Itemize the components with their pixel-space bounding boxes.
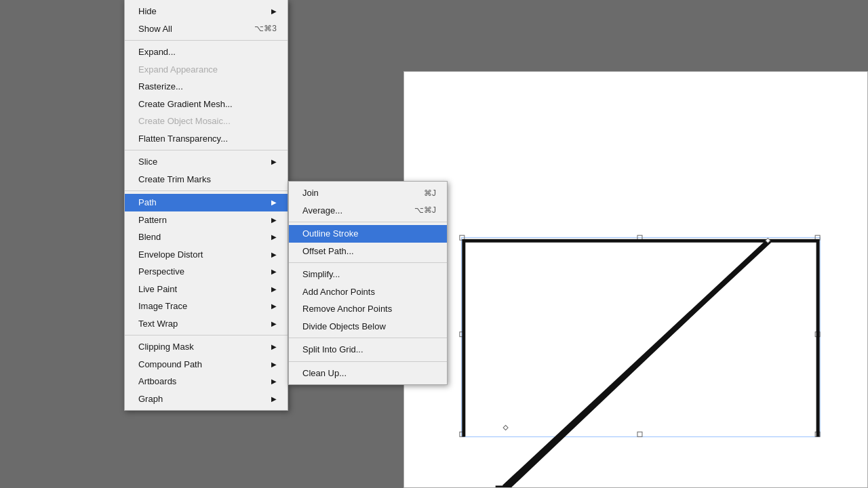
submenu-separator-2 <box>289 262 447 263</box>
menu-item-image-trace[interactable]: Image Trace ▶ <box>125 298 288 315</box>
submenu-arrow-path: ▶ <box>271 197 277 207</box>
submenu-item-average-shortcut: ⌥⌘J <box>414 204 436 216</box>
submenu-separator-3 <box>289 338 447 338</box>
menu-item-hide-label: Hide <box>138 5 157 18</box>
menu-item-create-gradient-mesh-label: Create Gradient Mesh... <box>138 98 233 111</box>
menu-item-path-label: Path <box>138 196 157 209</box>
menu-item-image-trace-label: Image Trace <box>138 300 187 313</box>
submenu-arrow-text-wrap: ▶ <box>271 319 277 329</box>
submenu-arrow-live-paint: ▶ <box>271 284 277 294</box>
submenu-item-join-shortcut: ⌘J <box>424 187 436 199</box>
path-submenu: Join ⌘J Average... ⌥⌘J Outline Stroke Of… <box>288 181 448 385</box>
menu-item-graph-label: Graph <box>138 392 163 406</box>
submenu-arrow-image-trace: ▶ <box>271 301 277 311</box>
separator-4 <box>125 335 288 336</box>
menu-item-blend[interactable]: Blend ▶ <box>125 228 288 246</box>
submenu-item-clean-up-label: Clean Up... <box>302 367 347 380</box>
submenu-item-simplify[interactable]: Simplify... <box>289 266 447 283</box>
submenu-item-outline-stroke-label: Outline Stroke <box>302 227 358 241</box>
menu-item-hide[interactable]: Hide ▶ <box>125 3 288 20</box>
menu-item-show-all[interactable]: Show All ⌥⌘3 <box>125 20 288 38</box>
menu-item-show-all-label: Show All <box>138 22 172 36</box>
svg-rect-10 <box>503 425 508 430</box>
submenu-item-split-into-grid-label: Split Into Grid... <box>302 343 363 357</box>
canvas-area <box>403 71 868 488</box>
menu-item-perspective[interactable]: Perspective ▶ <box>125 263 288 281</box>
menu-item-clipping-mask[interactable]: Clipping Mask ▶ <box>125 338 288 356</box>
submenu-arrow-pattern: ▶ <box>271 215 277 225</box>
menu-item-expand-appearance: Expand Appearance <box>125 61 288 79</box>
submenu-arrow-artboards: ▶ <box>271 376 277 386</box>
svg-rect-0 <box>462 237 820 436</box>
menu-item-envelope-distort-label: Envelope Distort <box>138 248 203 262</box>
submenu-arrow-graph: ▶ <box>271 394 277 404</box>
menu-item-pattern-label: Pattern <box>138 214 167 227</box>
separator-3 <box>125 190 288 191</box>
submenu-arrow-envelope-distort: ▶ <box>271 249 277 260</box>
submenu-separator-4 <box>289 361 447 362</box>
separator-1 <box>125 40 288 41</box>
submenu-item-remove-anchor-points-label: Remove Anchor Points <box>302 302 392 316</box>
submenu-item-divide-objects-below-label: Divide Objects Below <box>302 320 386 333</box>
svg-rect-5 <box>637 432 642 436</box>
submenu-arrow-compound-path: ▶ <box>271 359 277 369</box>
submenu-item-split-into-grid[interactable]: Split Into Grid... <box>289 341 447 359</box>
menu-item-slice[interactable]: Slice ▶ <box>125 153 288 171</box>
submenu-item-remove-anchor-points[interactable]: Remove Anchor Points <box>289 300 447 318</box>
menu-item-create-object-mosaic: Create Object Mosaic... <box>125 113 288 130</box>
menu-item-compound-path[interactable]: Compound Path ▶ <box>125 356 288 373</box>
submenu-item-outline-stroke[interactable]: Outline Stroke <box>289 225 447 243</box>
menu-item-live-paint[interactable]: Live Paint ▶ <box>125 281 288 298</box>
submenu-item-simplify-label: Simplify... <box>302 268 340 281</box>
menu-item-artboards-label: Artboards <box>138 375 176 388</box>
menu-item-clipping-mask-label: Clipping Mask <box>138 340 194 354</box>
menu-item-slice-label: Slice <box>138 155 157 169</box>
submenu-item-join[interactable]: Join ⌘J <box>289 184 447 202</box>
menu-item-flatten-transparency-label: Flatten Transparency... <box>138 132 228 146</box>
menu-item-expand-appearance-label: Expand Appearance <box>138 63 218 77</box>
submenu-arrow-slice: ▶ <box>271 157 277 167</box>
submenu-item-offset-path[interactable]: Offset Path... <box>289 243 447 260</box>
menu-item-expand-label: Expand... <box>138 45 176 59</box>
submenu-arrow-hide: ▶ <box>271 6 277 16</box>
submenu-arrow-perspective: ▶ <box>271 266 277 277</box>
menu-item-expand[interactable]: Expand... <box>125 43 288 61</box>
submenu-separator-1 <box>289 222 447 222</box>
menu-item-envelope-distort[interactable]: Envelope Distort ▶ <box>125 246 288 264</box>
submenu-item-average[interactable]: Average... ⌥⌘J <box>289 202 447 220</box>
menu-item-show-all-shortcut: ⌥⌘3 <box>254 22 277 35</box>
submenu-arrow-blend: ▶ <box>271 232 277 242</box>
menu-item-perspective-label: Perspective <box>138 265 184 279</box>
menu-item-pattern[interactable]: Pattern ▶ <box>125 211 288 229</box>
menu-item-create-trim-marks-label: Create Trim Marks <box>138 173 211 186</box>
submenu-item-average-label: Average... <box>302 204 342 218</box>
menu-item-graph[interactable]: Graph ▶ <box>125 390 288 408</box>
separator-2 <box>125 150 288 150</box>
menu-item-rasterize[interactable]: Rasterize... <box>125 78 288 96</box>
submenu-arrow-clipping-mask: ▶ <box>271 342 277 352</box>
menu-item-create-object-mosaic-label: Create Object Mosaic... <box>138 115 231 128</box>
menu-item-artboards[interactable]: Artboards ▶ <box>125 373 288 390</box>
menu-item-rasterize-label: Rasterize... <box>138 80 183 94</box>
submenu-item-add-anchor-points-label: Add Anchor Points <box>302 285 375 299</box>
menu-item-text-wrap[interactable]: Text Wrap ▶ <box>125 315 288 333</box>
menu-item-create-trim-marks[interactable]: Create Trim Marks <box>125 171 288 188</box>
submenu-item-offset-path-label: Offset Path... <box>302 245 354 258</box>
main-menu: Hide ▶ Show All ⌥⌘3 Expand... Expand App… <box>124 0 288 411</box>
submenu-item-join-label: Join <box>302 186 319 200</box>
menu-item-blend-label: Blend <box>138 230 161 244</box>
menu-item-flatten-transparency[interactable]: Flatten Transparency... <box>125 130 288 148</box>
menu-item-text-wrap-label: Text Wrap <box>138 317 178 331</box>
menu-item-live-paint-label: Live Paint <box>138 283 177 296</box>
menu-item-path[interactable]: Path ▶ <box>125 194 288 211</box>
submenu-item-clean-up[interactable]: Clean Up... <box>289 365 447 382</box>
submenu-item-add-anchor-points[interactable]: Add Anchor Points <box>289 283 447 301</box>
menu-item-create-gradient-mesh[interactable]: Create Gradient Mesh... <box>125 96 288 113</box>
menu-item-compound-path-label: Compound Path <box>138 358 202 371</box>
submenu-item-divide-objects-below[interactable]: Divide Objects Below <box>289 318 447 336</box>
